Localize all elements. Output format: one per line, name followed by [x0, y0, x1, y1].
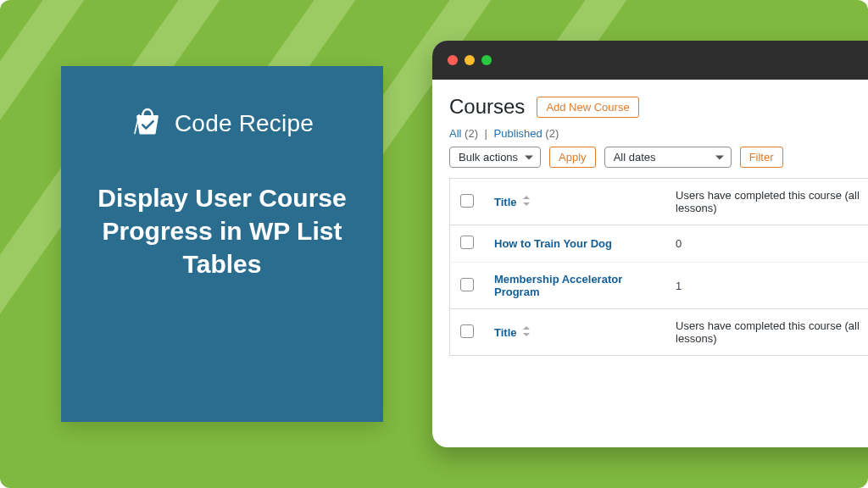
courses-table: Title Users have completed this course (… [449, 178, 868, 356]
date-filter-label: All dates [614, 151, 656, 164]
filter-bar: Bulk actions Apply All dates Filter [449, 147, 868, 168]
canvas: Code Recipe Display User Course Progress… [0, 0, 868, 488]
bulk-actions-select[interactable]: Bulk actions [449, 147, 541, 168]
column-header-title[interactable]: Title [494, 196, 531, 208]
brand: Code Recipe [131, 105, 314, 142]
filter-button[interactable]: Filter [740, 147, 783, 168]
filter-all-count: (2) [465, 127, 478, 140]
completed-count: 0 [665, 225, 868, 263]
chevron-down-icon [525, 155, 533, 159]
chevron-down-icon [715, 155, 724, 159]
window-titlebar [432, 41, 868, 80]
window-min-dot[interactable] [465, 55, 475, 65]
brand-name: Code Recipe [175, 110, 314, 137]
add-new-course-button[interactable]: Add New Course [537, 97, 638, 118]
promo-card: Code Recipe Display User Course Progress… [61, 66, 383, 422]
date-filter-select[interactable]: All dates [604, 147, 732, 168]
column-header-completed: Users have completed this course (all le… [665, 179, 868, 225]
sort-icon [522, 326, 531, 339]
window-max-dot[interactable] [481, 55, 492, 65]
table-header-row: Title Users have completed this course (… [450, 179, 869, 225]
page-header: Courses Add New Course [449, 95, 868, 119]
sort-icon [522, 196, 531, 208]
row-checkbox[interactable] [460, 236, 474, 249]
column-footer-title[interactable]: Title [494, 326, 531, 339]
row-checkbox[interactable] [460, 278, 474, 291]
filter-published-count: (2) [545, 127, 559, 140]
status-filter-links: All (2) | Published (2) [449, 127, 868, 140]
separator: | [485, 127, 487, 140]
window-close-dot[interactable] [448, 55, 458, 65]
course-title-link[interactable]: Membership Accelerator Program [494, 273, 622, 298]
filter-published-link[interactable]: Published [494, 127, 542, 140]
column-footer-completed: Users have completed this course (all le… [665, 309, 868, 356]
table-row: How to Train Your Dog 0 [450, 225, 869, 263]
select-all-checkbox-footer[interactable] [460, 324, 474, 338]
apply-button[interactable]: Apply [549, 147, 596, 168]
table-footer-row: Title Users have completed this course (… [450, 309, 869, 356]
select-all-checkbox[interactable] [460, 194, 474, 208]
shopping-bag-check-icon [131, 105, 164, 142]
browser-window: Courses Add New Course All (2) | Publish… [432, 41, 868, 447]
page-title: Courses [449, 95, 525, 119]
course-title-link[interactable]: How to Train Your Dog [494, 237, 612, 250]
promo-title: Display User Course Progress in WP List … [92, 181, 353, 280]
table-row: Membership Accelerator Program 1 [450, 263, 869, 309]
wp-admin-page: Courses Add New Course All (2) | Publish… [432, 80, 868, 447]
filter-all-link[interactable]: All [449, 127, 461, 140]
bulk-actions-label: Bulk actions [459, 151, 518, 164]
completed-count: 1 [665, 263, 868, 309]
